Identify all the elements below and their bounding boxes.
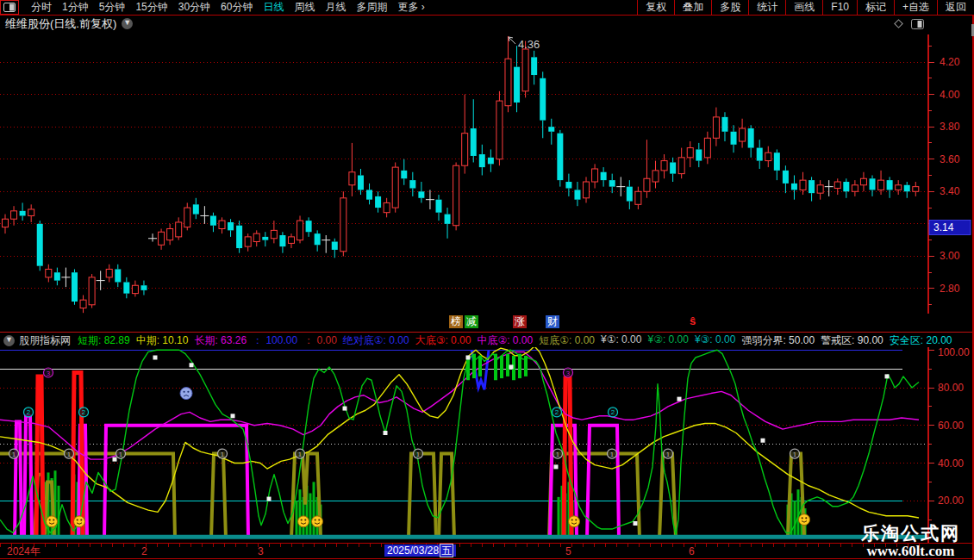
tool-item[interactable]: 复权 — [637, 0, 674, 15]
tool-item[interactable]: F10 — [822, 0, 857, 15]
watermark: 乐淘公式网 www.60lt.com — [861, 523, 960, 559]
cursor-date-label: 2025/03/28五 — [384, 544, 456, 557]
candlestick-chart[interactable]: 4.362.654.204.003.803.603.403.002.803.14 — [0, 34, 974, 314]
period-item[interactable]: 多周期 — [356, 0, 387, 15]
event-tag[interactable]: 财 — [546, 315, 559, 328]
indicator-field: 短底①: 0.00 — [539, 333, 595, 348]
month-label: 5 — [565, 545, 571, 557]
svg-text:3.40: 3.40 — [940, 185, 960, 197]
tool-item[interactable]: 画线 — [785, 0, 822, 15]
smiley-face-icon — [569, 516, 580, 527]
signal-square-marker — [554, 464, 559, 469]
event-tag[interactable]: 涨 — [513, 315, 527, 328]
smiley-face-icon — [298, 516, 309, 527]
period-item[interactable]: 1分钟 — [62, 0, 89, 15]
signal-square-marker — [509, 364, 514, 369]
svg-text:100.00: 100.00 — [938, 347, 970, 358]
indicator-field: ¥③: 0.00 — [695, 333, 735, 348]
svg-text:3.80: 3.80 — [940, 121, 960, 133]
signal-square-marker — [384, 431, 388, 435]
indicator-field: 中底②: 0.00 — [477, 333, 533, 348]
svg-text:80.00: 80.00 — [938, 382, 964, 394]
period-item[interactable]: 15分钟 — [135, 0, 167, 15]
period-item[interactable]: 更多 › — [397, 0, 424, 15]
svg-text:2: 2 — [27, 408, 31, 416]
tag-strip: 榜减涨财ŝ — [0, 314, 974, 332]
svg-text:2: 2 — [555, 408, 559, 416]
svg-text:4.20: 4.20 — [940, 56, 960, 68]
chevron-down-icon[interactable]: ▼ — [122, 18, 133, 29]
indicator-values: 短期: 82.89中期: 10.10长期: 63.26： 100.00： 0.0… — [78, 333, 958, 348]
period-item[interactable]: 5分钟 — [99, 0, 126, 15]
sad-face-icon — [180, 388, 192, 400]
svg-text:40.00: 40.00 — [938, 457, 964, 470]
event-tag[interactable]: 减 — [465, 315, 478, 328]
signal-square-marker — [885, 374, 890, 378]
svg-text:3.00: 3.00 — [940, 250, 960, 262]
tool-item[interactable]: 返回 — [937, 0, 974, 15]
svg-text:1: 1 — [67, 451, 72, 458]
period-menu: 分时1分钟5分钟15分钟30分钟60分钟日线周线月线多周期更多 › — [0, 0, 430, 15]
svg-text:1: 1 — [793, 451, 797, 458]
tool-item[interactable]: 多股 — [711, 0, 748, 15]
period-item[interactable]: 月线 — [325, 0, 346, 15]
indicator-chart[interactable]: 1111111111222233100.0080.0060.0040.0020.… — [0, 347, 974, 543]
svg-text:1: 1 — [610, 451, 615, 458]
month-label: 2 — [141, 545, 147, 557]
smiley-face-icon — [799, 514, 810, 526]
indicator-field: ： 0.00 — [303, 333, 337, 348]
indicator-field: ： 100.00 — [253, 333, 297, 348]
stock-title: 维维股份(日线.前复权) — [5, 16, 116, 33]
period-item[interactable]: 日线 — [263, 0, 284, 15]
top-toolbar: 分时1分钟5分钟15分钟30分钟60分钟日线周线月线多周期更多 › 复权叠加多股… — [0, 0, 974, 16]
indicator-field: 中期: 10.10 — [136, 333, 189, 348]
svg-text:3.60: 3.60 — [940, 153, 960, 165]
svg-text:20.00: 20.00 — [938, 495, 964, 507]
indicator-field: 强弱分界: 50.00 — [741, 333, 815, 348]
svg-text:4.00: 4.00 — [940, 89, 960, 101]
svg-text:2.80: 2.80 — [940, 283, 960, 295]
svg-text:1: 1 — [666, 451, 671, 458]
svg-text:3: 3 — [566, 370, 571, 377]
diamond-icon[interactable] — [893, 18, 904, 29]
smiley-face-icon — [312, 516, 323, 527]
signal-marker: ŝ — [690, 314, 696, 327]
smiley-face-icon — [47, 516, 58, 527]
signal-square-marker — [677, 397, 682, 401]
event-tag[interactable]: 榜 — [449, 315, 463, 328]
svg-text:60.00: 60.00 — [938, 420, 964, 432]
collapse-icon[interactable]: ▼ — [3, 335, 15, 346]
indicator-field: 大底③: 0.00 — [415, 333, 471, 348]
panel-toggle-icon[interactable] — [0, 0, 19, 15]
indicator-field: ¥②: 0.00 — [647, 333, 688, 348]
signal-square-marker — [343, 407, 347, 411]
period-item[interactable]: 30分钟 — [178, 0, 210, 15]
svg-text:2: 2 — [611, 408, 615, 416]
watermark-url: www.60lt.com — [861, 543, 960, 559]
svg-text:2: 2 — [82, 408, 86, 416]
signal-square-marker — [761, 439, 765, 443]
indicator-field: 警戒区: 90.00 — [821, 333, 883, 348]
svg-text:1: 1 — [416, 451, 421, 458]
tool-item[interactable]: 统计 — [748, 0, 785, 15]
period-item[interactable]: 分时 — [31, 0, 52, 15]
signal-square-marker — [634, 521, 638, 526]
title-bar: 维维股份(日线.前复权)▼ — [0, 16, 974, 34]
month-label: 6 — [689, 545, 695, 557]
tool-item[interactable]: 叠加 — [674, 0, 711, 15]
period-item[interactable]: 周线 — [294, 0, 315, 15]
svg-text:4.36: 4.36 — [518, 38, 540, 51]
panel-glyph — [3, 3, 16, 12]
period-item[interactable]: 60分钟 — [221, 0, 253, 15]
tool-item[interactable]: 标记 — [857, 0, 894, 15]
indicator-field: 绝对底①: 0.00 — [343, 333, 409, 348]
tools-menu: 复权叠加多股统计画线F10标记+自选返回 — [637, 0, 974, 15]
smiley-face-icon — [74, 516, 85, 527]
svg-text:1: 1 — [119, 451, 123, 458]
tool-item[interactable]: +自选 — [894, 0, 937, 15]
signal-square-marker — [153, 356, 158, 360]
panel-split-icon[interactable] — [911, 19, 924, 29]
signal-square-marker — [113, 457, 117, 462]
indicator-header: ▼ 股朋指标网 短期: 82.89中期: 10.10长期: 63.26： 100… — [0, 332, 974, 348]
date-axis: 2024年232025/03/28五56 — [0, 543, 974, 559]
